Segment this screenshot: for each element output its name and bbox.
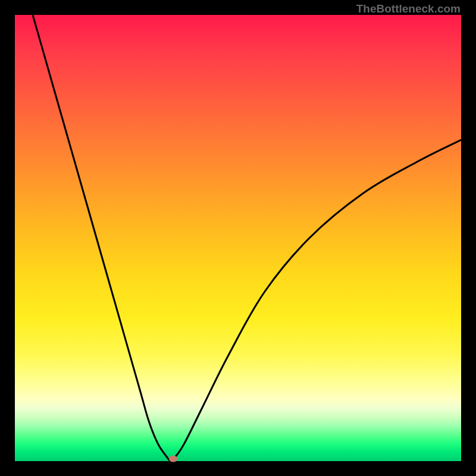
optimal-point-marker [169,456,177,462]
watermark-text: TheBottleneck.com [356,2,461,15]
bottleneck-curve [33,15,461,461]
curve-svg [15,15,461,461]
